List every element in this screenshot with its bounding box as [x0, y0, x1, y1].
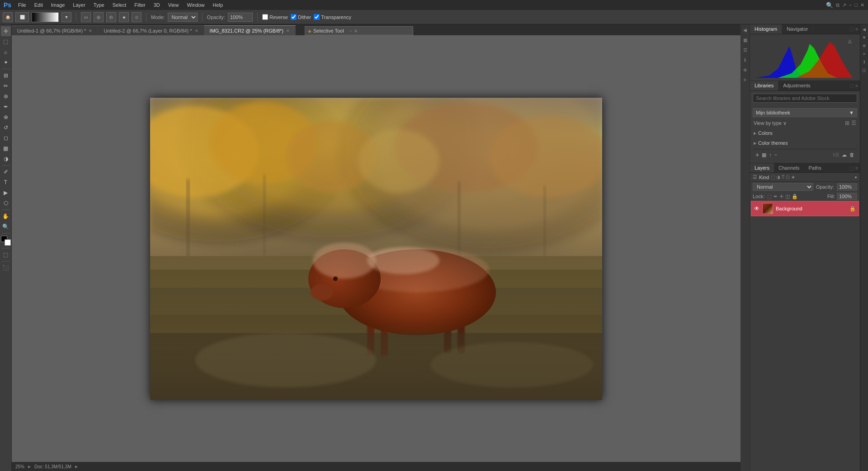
- list-view-icon[interactable]: ☰: [851, 120, 856, 126]
- lock-all-icon[interactable]: 🔒: [792, 194, 798, 200]
- crop-tool[interactable]: ⊞: [1, 71, 11, 81]
- filter-toggle[interactable]: ●: [854, 175, 857, 180]
- panel-collapse-arrow[interactable]: ◀: [741, 26, 749, 33]
- pen-tool[interactable]: ✐: [1, 167, 11, 177]
- channels-tab[interactable]: Channels: [774, 163, 804, 172]
- opacity-input[interactable]: [228, 13, 253, 22]
- lock-artboard-icon[interactable]: ◫: [785, 194, 790, 200]
- move-tool[interactable]: ✛: [1, 26, 11, 36]
- layers-filter-kind-icon[interactable]: ☰: [753, 174, 757, 180]
- background-color[interactable]: [5, 239, 11, 246]
- quick-mask-mode[interactable]: ⬚: [1, 250, 11, 260]
- lasso-tool[interactable]: ⌕: [1, 47, 11, 57]
- libraries-expand-icon[interactable]: ⬚: [849, 83, 854, 88]
- library-remove-button[interactable]: −: [774, 152, 777, 157]
- menu-view[interactable]: View: [165, 1, 183, 9]
- fill-value[interactable]: 100%: [837, 193, 857, 200]
- filter-smart-icon[interactable]: ★: [791, 175, 795, 180]
- arrange-icon[interactable]: ⧉: [836, 2, 840, 8]
- screen-mode[interactable]: ⬛: [1, 263, 11, 273]
- color-boxes[interactable]: [1, 236, 11, 246]
- filter-type-icon[interactable]: T: [782, 175, 784, 180]
- shape-tool[interactable]: ⬡: [1, 198, 11, 208]
- menu-filter[interactable]: Filter: [131, 1, 149, 9]
- navigator-tab[interactable]: Navigator: [782, 24, 813, 34]
- tab-untitled2[interactable]: Untitled-2 @ 66,7% (Layer 0, RGB/8#) * ✕: [98, 25, 204, 35]
- layers-tab[interactable]: Layers: [750, 163, 774, 172]
- library-search-input[interactable]: [753, 94, 857, 103]
- transparency-checkbox[interactable]: [314, 14, 320, 20]
- gradient-diamond[interactable]: ◇: [132, 12, 142, 22]
- menu-file[interactable]: File: [14, 1, 30, 9]
- navigator-panel-icon[interactable]: ⊕: [741, 66, 749, 73]
- library-cloud-button[interactable]: ☁: [842, 152, 847, 158]
- canvas-area[interactable]: [12, 35, 741, 462]
- layer-visibility-icon[interactable]: 👁: [754, 205, 760, 212]
- layer-lock-icon[interactable]: 🔒: [849, 206, 856, 212]
- histogram-menu-icon[interactable]: ≡: [855, 27, 858, 32]
- strip-collapse[interactable]: ◀: [861, 26, 868, 33]
- dither-checkbox[interactable]: [291, 14, 297, 20]
- hand-tool[interactable]: ✋: [1, 211, 11, 221]
- lock-position-icon[interactable]: ✛: [779, 194, 783, 200]
- opacity-value[interactable]: 100%: [837, 183, 857, 190]
- eraser-tool[interactable]: ◻: [1, 133, 11, 143]
- gradient-angle[interactable]: ◴: [106, 12, 116, 22]
- transparency-checkbox-wrap[interactable]: Transparency: [314, 14, 351, 20]
- filter-shape-icon[interactable]: ⬡: [786, 175, 790, 180]
- type-tool[interactable]: T: [1, 177, 11, 187]
- histogram-tab[interactable]: Histogram: [750, 24, 782, 34]
- layers-expand-icon[interactable]: ⬚: [849, 166, 854, 171]
- library-grid-button[interactable]: ▦: [762, 152, 766, 158]
- dodge-tool[interactable]: ◑: [1, 154, 11, 164]
- info-panel-icon[interactable]: ℹ: [741, 56, 749, 63]
- strip-btn-5[interactable]: ◫: [861, 67, 868, 73]
- search-icon[interactable]: 🔍: [826, 2, 833, 9]
- histogram-expand-icon[interactable]: ⬚: [849, 27, 854, 32]
- filter-adjustment-icon[interactable]: ◑: [776, 175, 780, 180]
- clone-stamp-tool[interactable]: ⊕: [1, 112, 11, 122]
- eyedropper-tool[interactable]: ✏: [1, 81, 11, 91]
- view-by-label[interactable]: View by type ∨: [754, 120, 787, 126]
- minimize-button[interactable]: −: [849, 2, 852, 8]
- gradient-radial[interactable]: ◎: [94, 12, 104, 22]
- layer-background[interactable]: 👁 Background 🔒: [751, 201, 859, 216]
- mode-select[interactable]: Normal: [168, 13, 198, 22]
- gradient-linear[interactable]: ▭: [81, 12, 91, 22]
- status-forward-arrow[interactable]: ▶: [75, 465, 78, 469]
- grid-view-icon[interactable]: ⊞: [845, 120, 849, 126]
- magic-wand-tool[interactable]: ✦: [1, 57, 11, 67]
- share-icon[interactable]: ↗: [842, 2, 846, 8]
- zoom-tool[interactable]: 🔍: [1, 222, 11, 232]
- tab-close-2[interactable]: ✕: [195, 29, 198, 33]
- menu-3d[interactable]: 3D: [150, 1, 164, 9]
- gradient-reflected[interactable]: ◈: [119, 12, 129, 22]
- color-themes-section-header[interactable]: ▶ Color themes: [753, 139, 857, 147]
- adjustments-tab[interactable]: Adjustments: [778, 81, 816, 90]
- paths-tab[interactable]: Paths: [804, 163, 826, 172]
- library-delete-button[interactable]: 🗑: [849, 152, 854, 157]
- tab-img8321[interactable]: IMG_8321.CR2 @ 25% (RGB/8*) ✕: [204, 25, 296, 35]
- strip-btn-3[interactable]: ≡: [861, 51, 868, 57]
- reverse-checkbox-wrap[interactable]: Reverse: [262, 14, 288, 20]
- tab-close-3[interactable]: ✕: [286, 29, 290, 33]
- menu-image[interactable]: Image: [47, 1, 69, 9]
- sc-minimize[interactable]: −: [349, 29, 352, 33]
- blend-mode-select[interactable]: Normal: [753, 183, 813, 191]
- filter-pixel-icon[interactable]: ⬚: [771, 175, 775, 180]
- menu-type[interactable]: Type: [90, 1, 108, 9]
- strip-btn-1[interactable]: ▼: [861, 34, 868, 41]
- home-button[interactable]: 🏠: [3, 12, 13, 22]
- gradient-tool[interactable]: ▦: [1, 143, 11, 153]
- menu-window[interactable]: Window: [183, 1, 208, 9]
- strip-btn-4[interactable]: ℹ: [861, 59, 868, 65]
- menu-select[interactable]: Select: [109, 1, 130, 9]
- tab-close-1[interactable]: ✕: [89, 29, 92, 33]
- path-selection-tool[interactable]: ▶: [1, 188, 11, 198]
- healing-brush-tool[interactable]: ⊛: [1, 91, 11, 101]
- gradient-picker[interactable]: ▼: [61, 12, 71, 22]
- libraries-tab[interactable]: Libraries: [750, 81, 778, 90]
- sc-close[interactable]: ✕: [354, 29, 358, 33]
- status-arrow[interactable]: ▶: [28, 465, 31, 469]
- libraries-menu-icon[interactable]: ≡: [855, 83, 858, 88]
